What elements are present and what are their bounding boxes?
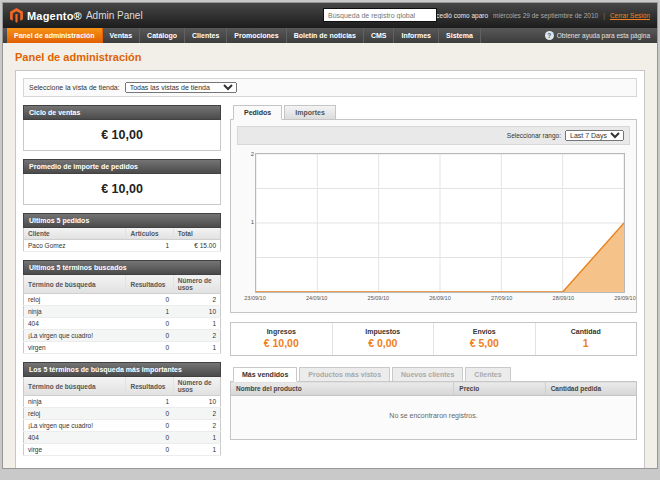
panel-title: Promedio de importe de pedidos <box>23 159 221 174</box>
page-help-link[interactable]: ? Obtener ayuda para esta página <box>545 28 657 43</box>
table-cell: 1 <box>126 306 173 318</box>
tab-productos-mas-vistos: Productos más vistos <box>299 367 390 382</box>
table-cell: € 15.00 <box>173 240 220 252</box>
stat-label: Impuestos <box>333 328 434 335</box>
table-cell: 0 <box>126 432 173 444</box>
table-row: 40401 <box>24 432 221 444</box>
x-tick-label: 27/09/10 <box>491 295 512 301</box>
table-cell: ninja <box>24 306 126 318</box>
tab-nuevos-clientes: Nuevos clientes <box>392 367 463 382</box>
y-tick-label: 2 <box>244 151 254 157</box>
x-tick-label: 25/09/10 <box>368 295 389 301</box>
table-row: ¡La virgen que cuadro!02 <box>24 420 221 432</box>
nav-item-catalogo[interactable]: Catálogo <box>140 28 185 43</box>
chart-x-axis: 23/09/10 24/09/10 25/09/10 26/09/10 27/0… <box>255 295 625 304</box>
stat-label: Envíos <box>434 328 535 335</box>
table-cell: 0 <box>126 342 173 354</box>
table-cell: 1 <box>173 432 220 444</box>
x-tick-label: 29/09/10 <box>614 295 635 301</box>
y-tick-label: 1 <box>244 219 254 225</box>
nav-item-clientes[interactable]: Clientes <box>185 28 227 43</box>
nav-item-promociones[interactable]: Promociones <box>227 28 286 43</box>
top-search-terms-panel: Los 5 términos de búsqueda más important… <box>23 362 221 456</box>
range-label: Seleccionar rango: <box>507 132 561 139</box>
table-cell: 1 <box>173 318 220 330</box>
column-header: Resultados <box>126 275 173 294</box>
app-frame: Magento® Admin Panel Accedió como aparo … <box>2 2 658 469</box>
last-search-terms-table: Término de búsquedaResultadosNúmero de u… <box>23 275 221 354</box>
right-column: Pedidos Importes Seleccionar rango: Last… <box>230 105 637 440</box>
table-cell: 0 <box>126 294 173 306</box>
column-header: Cantidad pedida <box>545 382 636 396</box>
stat-label: Ingresos <box>231 328 332 335</box>
column-header: Nombre del producto <box>231 382 454 396</box>
logo-text: Magento® <box>27 10 82 22</box>
table-cell: 404 <box>24 318 126 330</box>
table-cell: 0 <box>126 420 173 432</box>
bestsellers-table: Nombre del productoPrecioCantidad pedida… <box>230 381 637 440</box>
table-cell: 2 <box>173 408 220 420</box>
global-search-input[interactable] <box>323 8 437 22</box>
stat-cantidad: Cantidad 1 <box>535 323 637 355</box>
column-header: Número de usos <box>173 275 220 294</box>
chart-tabs: Pedidos Importes <box>230 105 637 120</box>
logout-link[interactable]: Cerrar Sesión <box>610 12 650 19</box>
table-row: 40401 <box>24 318 221 330</box>
table-cell: virgen <box>24 342 126 354</box>
magento-logo[interactable]: Magento® Admin Panel <box>10 8 143 23</box>
tab-clientes: Clientes <box>465 367 510 382</box>
nav-item-boletin[interactable]: Boletín de noticias <box>287 28 364 43</box>
help-label: Obtener ayuda para esta página <box>557 32 650 39</box>
table-cell: 2 <box>173 330 220 342</box>
table-cell: ninja <box>24 396 126 408</box>
x-tick-label: 24/09/10 <box>306 295 327 301</box>
table-row: reloj02 <box>24 408 221 420</box>
tab-importes[interactable]: Importes <box>284 105 336 120</box>
table-cell: 1 <box>126 396 173 408</box>
store-view-select[interactable]: Todas las vistas de tienda <box>125 82 237 93</box>
nav-item-sistema[interactable]: Sistema <box>439 28 481 43</box>
range-select[interactable]: Last 7 Days <box>565 130 624 141</box>
nav-item-informes[interactable]: Informes <box>394 28 439 43</box>
logged-in-text: Accedió como aparo <box>429 12 488 19</box>
table-cell: reloj <box>24 408 126 420</box>
column-header: Término de búsqueda <box>24 377 126 396</box>
range-selector-bar: Seleccionar rango: Last 7 Days <box>237 126 630 145</box>
average-orders-value: € 10,00 <box>23 174 221 205</box>
table-cell: 0 <box>126 330 173 342</box>
store-view-switcher: Seleccione la vista de tienda: Todas las… <box>23 78 637 97</box>
left-column: Ciclo de ventas € 10,00 Promedio de impo… <box>23 105 221 464</box>
nav-item-panel[interactable]: Panel de administración <box>7 28 103 43</box>
last-search-terms-panel: Ultimos 5 términos buscados Término de b… <box>23 260 221 354</box>
store-view-label: Seleccione la vista de tienda: <box>29 84 120 91</box>
table-cell: 2 <box>173 420 220 432</box>
lifetime-sales-panel: Ciclo de ventas € 10,00 <box>23 105 221 151</box>
tab-pedidos[interactable]: Pedidos <box>233 105 282 120</box>
table-cell: 1 <box>173 342 220 354</box>
last-orders-table: ClienteArtículosTotal Paco Gomez1€ 15.00 <box>23 228 221 252</box>
table-cell: 10 <box>173 306 220 318</box>
stat-value: € 10,00 <box>231 337 332 349</box>
stat-value: € 5,00 <box>434 337 535 349</box>
panel-title: Ultimos 5 términos buscados <box>23 260 221 275</box>
column-header: Término de búsqueda <box>24 275 126 294</box>
table-row: virge01 <box>24 444 221 456</box>
column-header: Artículos <box>126 228 173 240</box>
tab-mas-vendidos[interactable]: Más vendidos <box>233 367 297 382</box>
empty-message: No se encontraron registros. <box>231 396 637 440</box>
lifetime-sales-value: € 10,00 <box>23 120 221 151</box>
chart-svg <box>256 154 624 292</box>
panel-title: Ciclo de ventas <box>23 105 221 120</box>
panel-title: Ultimos 5 pedidos <box>23 213 221 228</box>
panel-title: Los 5 términos de búsqueda más important… <box>23 362 221 377</box>
content-area: Panel de administración Seleccione la vi… <box>3 43 657 468</box>
table-cell: ¡La virgen que cuadro! <box>24 330 126 342</box>
table-cell: 1 <box>126 240 173 252</box>
table-cell: virge <box>24 444 126 456</box>
nav-item-cms[interactable]: CMS <box>364 28 395 43</box>
table-cell: reloj <box>24 294 126 306</box>
nav-item-ventas[interactable]: Ventas <box>103 28 141 43</box>
help-icon: ? <box>545 31 554 40</box>
column-header: Precio <box>454 382 545 396</box>
stat-label: Cantidad <box>536 328 637 335</box>
